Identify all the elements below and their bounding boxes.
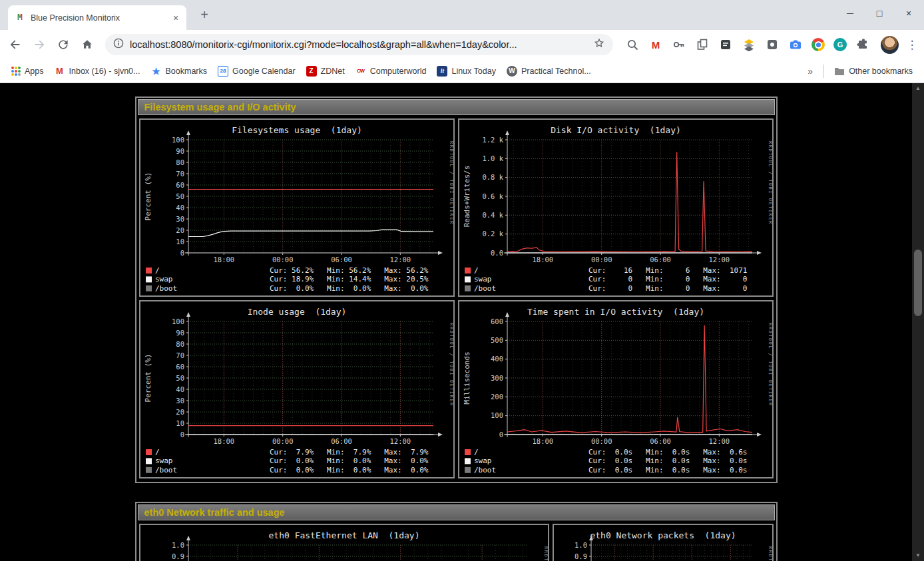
svg-text:0.4 k: 0.4 k (482, 211, 503, 219)
svg-text:Cur: 0.0% Min: 0.0% Max:: Cur: 0.0% Min: 0.0% Max: 0.0% (270, 284, 429, 293)
svg-text:00:00: 00:00 (272, 256, 293, 264)
key-icon[interactable] (672, 37, 686, 52)
svg-text:Cur: 0.0s Min: 0.0s Max:: Cur: 0.0s Min: 0.0s Max: 0.0s (588, 457, 747, 465)
graph-time-spent-io[interactable]: Time spent in I/O activity (1day)RRDTOOL… (458, 300, 774, 478)
svg-text:06:00: 06:00 (650, 437, 671, 445)
svg-text:Inode usage (1day): Inode usage (1day) (247, 307, 346, 317)
svg-text:Cur: 0 Min: 0 Max:: Cur: 0 Min: 0 Max: 0 (588, 284, 747, 293)
stack-icon[interactable] (742, 37, 756, 52)
graph-inode-usage[interactable]: Inode usage (1day)RRDTOOL / TOBI OETIKER… (139, 300, 455, 478)
svg-text:300: 300 (491, 374, 503, 382)
scrollbar-thumb[interactable] (914, 250, 922, 316)
new-tab-button[interactable]: + (196, 7, 213, 23)
svg-text:0: 0 (499, 431, 503, 439)
svg-text:RRDTOOL / TOBI OETIKER: RRDTOOL / TOBI OETIKER (768, 141, 772, 225)
window-minimize-button[interactable]: ─ (843, 8, 857, 19)
home-button[interactable] (76, 33, 99, 56)
svg-text:RRDTOOL / TOBI OETIKER: RRDTOOL / TOBI OETIKER (449, 141, 453, 225)
bookmark-inbox-16-sjvn0[interactable]: MInbox (16) - sjvn0... (50, 63, 145, 79)
url-text[interactable]: localhost:8080/monitorix-cgi/monitorix.c… (130, 39, 587, 50)
other-bookmarks-button[interactable]: Other bookmarks (829, 63, 917, 79)
bookmark-label: Apps (25, 67, 44, 76)
graph-filesystems-usage[interactable]: Filesystems usage (1day)RRDTOOL / TOBI O… (139, 118, 455, 297)
graph-disk-io-activity[interactable]: Disk I/O activity (1day)RRDTOOL / TOBI O… (458, 118, 774, 297)
bookmarks-overflow-button[interactable]: » (802, 66, 818, 77)
bookmark-label: ZDNet (321, 67, 345, 76)
bookmark-zdnet[interactable]: ZZDNet (302, 63, 349, 79)
profile-avatar[interactable] (881, 36, 899, 54)
address-bar[interactable]: localhost:8080/monitorix-cgi/monitorix.c… (105, 34, 613, 55)
bookmark-label: Google Calendar (232, 67, 296, 76)
graph-canvas: Inode usage (1day)RRDTOOL / TOBI OETIKER… (140, 301, 453, 477)
svg-text:600: 600 (491, 317, 503, 325)
bookmark-apps[interactable]: Apps (7, 64, 49, 79)
browser-tab[interactable]: M Blue Precision Monitorix × (8, 5, 186, 30)
svg-text:06:00: 06:00 (650, 256, 671, 264)
svg-text:Cur: 16 Min: 6 Max:: Cur: 16 Min: 6 Max: 1071 (588, 266, 747, 275)
svg-text:Time spent in I/O activity (1: Time spent in I/O activity (1day) (527, 307, 704, 317)
svg-text:18:00: 18:00 (532, 437, 553, 445)
svg-text:swap: swap (474, 275, 492, 283)
graph-eth0-packets[interactable]: eth0 Network packets (1day)RRDTOOL / TOB… (553, 524, 774, 561)
search-icon[interactable] (625, 37, 640, 52)
tab-close-icon[interactable]: × (170, 13, 181, 23)
window-maximize-button[interactable]: □ (872, 8, 887, 19)
back-button[interactable] (4, 33, 27, 56)
scrollbar-down-arrow-icon[interactable]: ▼ (912, 550, 924, 561)
svg-text:10: 10 (176, 419, 184, 427)
extension-icons: MG (620, 37, 875, 52)
svg-text:06:00: 06:00 (331, 256, 352, 264)
bookmark-star-icon[interactable] (593, 37, 605, 52)
svg-text:Filesystems usage (1day): Filesystems usage (1day) (232, 125, 362, 135)
bookmark-bookmarks[interactable]: ★Bookmarks (146, 63, 212, 79)
svg-text:swap: swap (155, 275, 173, 283)
svg-text:RRDTOOL / TOBI OETIKER: RRDTOOL / TOBI OETIKER (768, 323, 772, 407)
browser-menu-button[interactable]: ⋮ (904, 38, 920, 52)
page-scrollbar[interactable]: ▲ ▼ (912, 83, 924, 561)
svg-text:swap: swap (474, 457, 492, 465)
bookmark-computerworld[interactable]: CWComputerworld (351, 63, 431, 79)
window-close-button[interactable]: × (901, 8, 916, 19)
svg-text:12:00: 12:00 (708, 256, 730, 264)
scrollbar-up-arrow-icon[interactable]: ▲ (912, 83, 924, 94)
svg-text:Cur: 56.2% Min: 56.2% Max:: Cur: 56.2% Min: 56.2% Max: 56.2% (270, 266, 429, 275)
note-icon[interactable] (718, 37, 733, 52)
svg-text:Milliseconds: Milliseconds (463, 351, 471, 404)
browser-toolbar: localhost:8080/monitorix-cgi/monitorix.c… (0, 30, 924, 59)
svg-text:50: 50 (176, 192, 184, 200)
bookmark-practical-technol[interactable]: WPractical Technol... (502, 63, 596, 79)
svg-text:RRDTOOL / TOBI OETIKER: RRDTOOL / TOBI OETIKER (768, 546, 772, 561)
svg-text:swap: swap (155, 457, 173, 465)
svg-text:Cur: 0.0s Min: 0.0s Max:: Cur: 0.0s Min: 0.0s Max: 0.6s (588, 448, 747, 457)
browser-window: M Blue Precision Monitorix × + ─ □ × loc… (0, 0, 924, 83)
bookmark-google-calendar[interactable]: 28Google Calendar (213, 63, 300, 79)
svg-text:18:00: 18:00 (213, 256, 234, 264)
camera-icon[interactable] (788, 37, 803, 52)
svg-text:90: 90 (176, 329, 184, 337)
apps-grid-icon (11, 67, 21, 76)
g-circle-icon[interactable]: G (833, 38, 847, 51)
svg-text:RRDTOOL / TOBI OETIKER: RRDTOOL / TOBI OETIKER (449, 323, 453, 407)
forward-button[interactable] (28, 33, 51, 56)
puzzle-icon[interactable] (855, 37, 870, 52)
svg-text:Reads+Writes/s: Reads+Writes/s (463, 166, 471, 228)
bookmark-label: Inbox (16) - sjvn0... (69, 67, 140, 76)
gmail-icon[interactable]: M (648, 37, 663, 52)
copy-icon[interactable] (695, 37, 710, 52)
section-network: eth0 Network traffic and usage eth0 Fast… (135, 502, 778, 561)
svg-text:Cur: 0 Min: 0 Max:: Cur: 0 Min: 0 Max: 0 (588, 275, 747, 283)
bookmark-linux-today[interactable]: ltLinux Today (432, 63, 501, 79)
svg-text:1.0: 1.0 (575, 541, 587, 549)
svg-text:10: 10 (176, 238, 184, 246)
svg-text:0: 0 (180, 249, 184, 257)
svg-text:12:00: 12:00 (708, 437, 730, 445)
graph-eth0-lan[interactable]: eth0 FastEthernet LAN (1day)RRDTOOL / TO… (139, 524, 549, 561)
svg-text:400: 400 (491, 355, 503, 363)
record-icon[interactable] (765, 37, 780, 52)
svg-text:Percent (%): Percent (%) (144, 354, 152, 403)
reload-button[interactable] (52, 33, 75, 56)
chrome-icon[interactable] (811, 38, 825, 51)
page-info-icon[interactable] (113, 38, 124, 51)
svg-text:0.0: 0.0 (491, 249, 503, 257)
svg-text:Cur: 18.9% Min: 14.4% Max:: Cur: 18.9% Min: 14.4% Max: 20.5% (270, 275, 429, 283)
